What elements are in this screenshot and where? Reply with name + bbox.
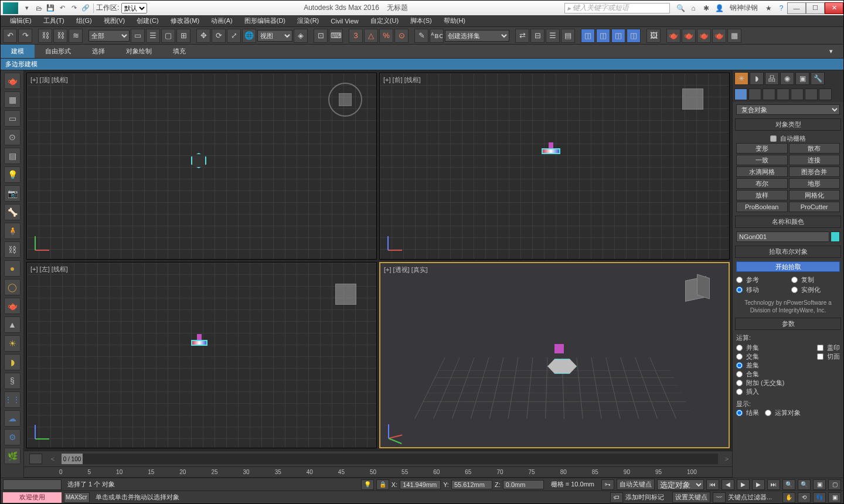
open-icon[interactable]: 🗁 — [33, 4, 44, 13]
boolean-button[interactable]: 布尔 — [736, 178, 788, 189]
redo-button[interactable]: ↷ — [18, 29, 32, 43]
blobmesh-button[interactable]: 水滴网格 — [736, 166, 788, 177]
tab-freeform[interactable]: 自由形式 — [35, 45, 81, 58]
procutter-button[interactable]: ProCutter — [789, 202, 840, 212]
color-swatch[interactable] — [831, 231, 840, 242]
viewport-left-label[interactable]: [+] [左] [线框] — [30, 265, 68, 274]
y-coord-input[interactable]: 55.612mm — [451, 480, 492, 489]
ribbon-panel-label[interactable]: 多边形建模 — [1, 59, 843, 70]
maxscript-input[interactable]: MAXScr — [64, 492, 90, 503]
named-set-button[interactable]: ᴬʙᴄ — [430, 29, 444, 43]
teapot-icon[interactable]: 🫖 — [4, 73, 21, 89]
box-object[interactable] — [549, 142, 553, 148]
helpers-cat-icon[interactable] — [791, 88, 804, 100]
viewport-front[interactable]: [+] [前] [线框] — [379, 73, 730, 260]
setkey-button[interactable]: 设置关键点 — [672, 492, 710, 503]
move-radio[interactable]: 移动 — [736, 285, 785, 294]
terrain-button[interactable]: 地形 — [789, 178, 840, 189]
percent-snap-button[interactable]: % — [379, 29, 393, 43]
favorite-icon[interactable]: ★ — [763, 4, 774, 13]
schematic-button[interactable]: ◫ — [596, 29, 610, 43]
viewport-front-label[interactable]: [+] [前] [线框] — [383, 76, 421, 84]
menu-create[interactable]: 创建(C) — [131, 15, 164, 26]
viewcube-icon[interactable] — [682, 276, 717, 305]
hierarchy-tab-icon[interactable]: 品 — [765, 72, 779, 85]
space-cat-icon[interactable] — [805, 88, 818, 100]
prev-key-icon[interactable]: < — [47, 455, 58, 462]
ref-radio[interactable]: 参考 — [736, 275, 785, 284]
workspace-selector[interactable]: 工作区: 默认 — [96, 3, 147, 13]
teapot3-button[interactable]: 🫖 — [697, 29, 711, 43]
modify-tab-icon[interactable]: ◗ — [750, 72, 764, 85]
menu-view[interactable]: 视图(V) — [98, 15, 131, 26]
minimize-button[interactable]: — — [787, 2, 806, 14]
cylinder-icon[interactable]: ⊙ — [4, 129, 21, 145]
material-editor-button[interactable]: ◫ — [611, 29, 625, 43]
viewcube-icon[interactable] — [329, 282, 365, 312]
window-crossing-button[interactable]: ⊞ — [176, 29, 190, 43]
menu-render[interactable]: 渲染(R) — [291, 15, 325, 26]
render-prod-button[interactable]: ▦ — [727, 29, 741, 43]
loft-button[interactable]: 放样 — [736, 190, 788, 200]
instance-radio[interactable]: 实例化 — [791, 285, 840, 294]
scatter-button[interactable]: 散布 — [789, 143, 840, 154]
geometry-cat-icon[interactable] — [734, 88, 747, 100]
object-name-input[interactable] — [736, 231, 829, 242]
next-frame-icon[interactable]: ▶ — [752, 479, 765, 490]
pivot-button[interactable]: ◈ — [294, 29, 308, 43]
help-icon[interactable]: ? — [775, 4, 787, 13]
viewport-left[interactable]: [+] [左] [线框] — [26, 262, 377, 449]
nav-fov-icon[interactable]: ▣ — [813, 479, 826, 490]
display-tab-icon[interactable]: ▣ — [795, 72, 809, 85]
teapot2-icon[interactable]: 🫖 — [4, 298, 21, 314]
scale-button[interactable]: ⤢ — [227, 29, 241, 43]
menu-animation[interactable]: 动画(A) — [205, 15, 239, 26]
cookie-checkbox[interactable]: 切面 — [817, 352, 840, 361]
viewcube-icon[interactable] — [676, 85, 712, 114]
params-rollout-header[interactable]: 参数 — [735, 318, 841, 330]
lock2-icon[interactable]: 🔒 — [376, 479, 389, 490]
keyfilter-text[interactable]: 关键点过滤器... — [728, 493, 772, 502]
user-icon[interactable]: 👤 — [713, 4, 725, 13]
proboolean-button[interactable]: ProBoolean — [736, 202, 788, 212]
named-selection-dropdown[interactable]: 创建选择集 — [445, 30, 509, 42]
maximize-vp-icon[interactable]: ▣ — [828, 492, 841, 503]
undo-button[interactable]: ↶ — [3, 29, 17, 43]
time-tag-icon[interactable]: 🏷 — [610, 492, 623, 503]
copy-radio[interactable]: 复制 — [791, 275, 840, 284]
shapes-cat-icon[interactable] — [748, 88, 761, 100]
ngon-object[interactable] — [191, 340, 207, 346]
timeline-ruler[interactable]: 0510152025303540455055606570758085909510… — [24, 467, 732, 478]
dome-icon[interactable]: ◗ — [4, 354, 21, 370]
menu-graph[interactable]: 图形编辑器(D) — [239, 15, 291, 26]
tab-selection[interactable]: 选择 — [81, 45, 115, 58]
keyfilter-icon[interactable]: 〰 — [713, 492, 726, 503]
manipulate-button[interactable]: ⊡ — [314, 29, 328, 43]
mesher-button[interactable]: 网格化 — [789, 190, 840, 200]
rotate-button[interactable]: ⟳ — [212, 29, 226, 43]
motion-tab-icon[interactable]: ◉ — [780, 72, 794, 85]
sun-icon[interactable]: ☀ — [4, 335, 21, 352]
menu-help[interactable]: 帮助(H) — [438, 15, 471, 26]
torus-icon[interactable]: ◯ — [4, 279, 21, 295]
time-slider[interactable]: 0 / 100 — [62, 454, 718, 464]
wall-icon[interactable]: ▤ — [4, 148, 21, 164]
render-setup-button[interactable]: ◫ — [627, 29, 641, 43]
material-swatch[interactable] — [3, 479, 62, 490]
bind-button[interactable]: ≋ — [69, 29, 83, 43]
op-subtract-radio[interactable]: 差集 — [736, 361, 812, 370]
time-slider-thumb[interactable]: 0 / 100 — [62, 454, 83, 464]
search-icon[interactable]: 🔍 — [675, 4, 686, 13]
shapemerge-button[interactable]: 图形合并 — [789, 166, 840, 177]
viewport-perspective[interactable]: [+] [透视] [真实] — [379, 262, 730, 449]
autokey-button[interactable]: 自动关键点 — [617, 479, 655, 490]
box-object[interactable] — [554, 344, 564, 353]
move-button[interactable]: ✥ — [196, 29, 210, 43]
walk-icon[interactable]: 👣 — [813, 492, 826, 503]
pan-icon[interactable]: ✋ — [782, 492, 795, 503]
systems-cat-icon[interactable] — [819, 88, 832, 100]
disp-result-radio[interactable]: 结果 — [736, 408, 759, 417]
snap-toggle-button[interactable]: 3 — [349, 29, 363, 43]
morph-button[interactable]: 变形 — [736, 143, 788, 154]
ref-coord-button[interactable]: 🌐 — [242, 29, 256, 43]
